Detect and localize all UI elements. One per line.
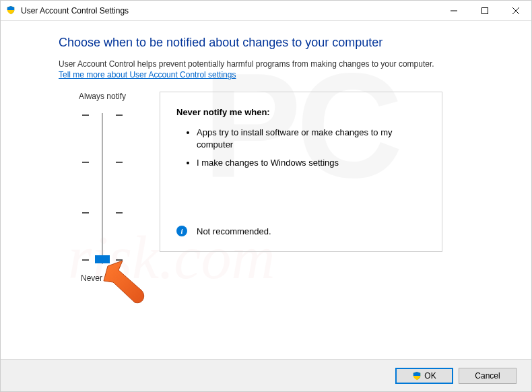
- shield-icon: [412, 371, 422, 381]
- ok-button[interactable]: OK: [395, 368, 453, 384]
- recommendation-text: Not recommended.: [197, 226, 271, 236]
- description-title: Never notify me when:: [176, 107, 426, 117]
- slider-tick: [82, 162, 123, 163]
- main-area: Always notify Never notify Never notify …: [59, 92, 498, 283]
- minimize-button[interactable]: [438, 1, 469, 20]
- maximize-button[interactable]: [469, 1, 500, 20]
- page-subtext: User Account Control helps prevent poten…: [59, 59, 498, 69]
- description-box: Never notify me when: Apps try to instal…: [160, 92, 442, 252]
- titlebar[interactable]: User Account Control Settings: [1, 1, 531, 21]
- slider-top-label: Always notify: [59, 92, 146, 101]
- slider-track: [102, 113, 103, 264]
- footer: OK Cancel: [1, 359, 531, 391]
- slider-tick: [82, 115, 123, 116]
- uac-slider[interactable]: [82, 108, 123, 269]
- learn-more-link[interactable]: Tell me more about User Account Control …: [59, 70, 236, 79]
- svg-rect-1: [482, 7, 488, 13]
- window-title: User Account Control Settings: [21, 6, 129, 15]
- info-icon: i: [176, 226, 187, 236]
- cancel-button-label: Cancel: [475, 371, 500, 381]
- slider-thumb[interactable]: [95, 255, 110, 263]
- ok-button-label: OK: [424, 371, 436, 381]
- shield-icon: [6, 5, 17, 16]
- slider-tick: [82, 212, 123, 214]
- window-controls: [438, 1, 531, 20]
- page-heading: Choose when to be notified about changes…: [59, 36, 498, 50]
- close-button[interactable]: [500, 1, 531, 20]
- content-area: Choose when to be notified about changes…: [1, 21, 531, 283]
- uac-settings-window: User Account Control Settings PC risk.co…: [0, 0, 532, 392]
- slider-column: Always notify Never notify: [59, 92, 146, 283]
- description-bullet: Apps try to install software or make cha…: [197, 127, 426, 150]
- slider-bottom-label: Never notify: [59, 273, 146, 283]
- description-bullet: I make changes to Windows settings: [197, 157, 426, 169]
- recommendation-row: i Not recommended.: [176, 226, 271, 236]
- cancel-button[interactable]: Cancel: [459, 368, 517, 384]
- description-list: Apps try to install software or make cha…: [176, 127, 426, 169]
